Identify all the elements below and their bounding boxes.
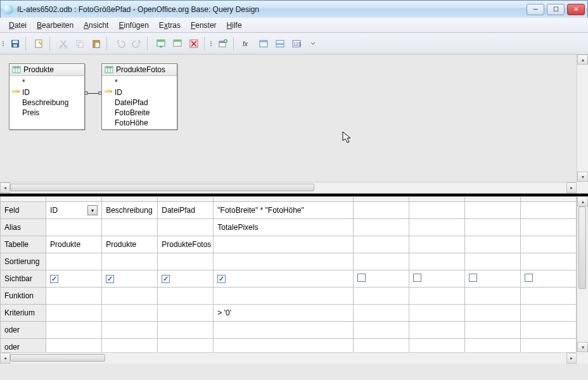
table-field[interactable]: DateiPfad: [103, 98, 176, 108]
table-field-key[interactable]: ID: [103, 87, 176, 98]
scroll-right-button[interactable]: ▸: [566, 353, 577, 364]
column-header[interactable]: [353, 197, 409, 202]
cell-sortierung[interactable]: [214, 253, 353, 270]
paste-button[interactable]: [89, 36, 104, 51]
cell-feld[interactable]: "FotoBreite" * "FotoHöhe": [214, 202, 353, 219]
cell-oder2[interactable]: [102, 339, 158, 353]
checkbox-icon[interactable]: [106, 275, 114, 283]
toolbar-grip-2[interactable]: [210, 41, 212, 46]
row-label-sortierung[interactable]: Sortierung: [1, 253, 46, 270]
cell-tabelle[interactable]: [520, 236, 576, 253]
add-table-button[interactable]: [215, 36, 231, 51]
cell-oder2[interactable]: [353, 339, 409, 353]
table-field[interactable]: Beschreibung: [11, 98, 83, 108]
cell-kriterium[interactable]: [520, 305, 576, 322]
tables-scrollbar-horizontal[interactable]: ◂ ▸: [0, 182, 577, 193]
copy-button[interactable]: [72, 36, 87, 51]
table-field[interactable]: *: [103, 77, 176, 87]
cell-kriterium[interactable]: > '0': [214, 305, 353, 322]
undo-button[interactable]: [113, 36, 128, 51]
menu-ansicht[interactable]: Ansicht: [79, 20, 113, 31]
cell-feld[interactable]: [353, 202, 409, 219]
cell-feld[interactable]: DateiPfad: [158, 202, 214, 219]
cell-tabelle[interactable]: ProdukteFotos: [158, 236, 214, 253]
table-field-key[interactable]: ID: [11, 87, 83, 98]
cell-feld[interactable]: [520, 202, 576, 219]
menu-extras[interactable]: Extras: [154, 20, 186, 31]
row-label-oder2[interactable]: oder: [1, 339, 46, 353]
cell-kriterium[interactable]: [46, 305, 102, 322]
table-field[interactable]: *: [11, 77, 83, 87]
table-box-produktefotos[interactable]: ProdukteFotos * ID DateiPfad FotoBreite …: [101, 63, 177, 130]
cell-funktion[interactable]: [520, 288, 576, 305]
dropdown-button[interactable]: ▾: [87, 205, 98, 215]
column-header[interactable]: [409, 197, 464, 202]
table-field[interactable]: FotoBreite: [103, 108, 176, 118]
cell-oder1[interactable]: [353, 322, 409, 339]
cell-sichtbar[interactable]: [214, 270, 353, 288]
checkbox-icon[interactable]: [357, 274, 366, 282]
cell-sichtbar[interactable]: [409, 270, 464, 288]
cell-kriterium[interactable]: [409, 305, 464, 322]
cell-sortierung[interactable]: [464, 253, 520, 270]
cell-oder1[interactable]: [520, 322, 576, 339]
cell-alias[interactable]: [520, 219, 576, 236]
menu-fenster[interactable]: Fenster: [186, 20, 222, 31]
cell-sichtbar[interactable]: [464, 270, 520, 288]
table-field[interactable]: Preis: [11, 108, 83, 118]
row-label-sichtbar[interactable]: Sichtbar: [1, 270, 46, 288]
distinct-button[interactable]: 123: [289, 36, 304, 51]
cell-sortierung[interactable]: [520, 253, 576, 270]
cut-button[interactable]: [56, 36, 71, 51]
checkbox-icon[interactable]: [162, 275, 170, 283]
grid-scrollbar-horizontal[interactable]: ◂ ▸: [0, 352, 577, 364]
cell-funktion[interactable]: [464, 288, 520, 305]
toolbar-grip[interactable]: [3, 41, 4, 46]
clear-query-button[interactable]: [170, 36, 185, 51]
cell-oder2[interactable]: [520, 339, 576, 353]
scroll-right-button[interactable]: ▸: [566, 182, 577, 193]
column-header[interactable]: [214, 197, 353, 202]
edit-button[interactable]: [32, 36, 47, 51]
row-label-kriterium[interactable]: Kriterium: [1, 305, 46, 322]
column-header[interactable]: [158, 197, 214, 202]
cell-kriterium[interactable]: [464, 305, 520, 322]
scroll-down-button[interactable]: ▾: [577, 342, 588, 352]
checkbox-icon[interactable]: [525, 274, 533, 282]
cell-sichtbar[interactable]: [46, 270, 102, 288]
checkbox-icon[interactable]: [469, 274, 477, 282]
menu-einfuegen[interactable]: Einfügen: [113, 20, 153, 31]
cell-alias[interactable]: TotalePixels: [214, 219, 353, 236]
grid-scrollbar-vertical[interactable]: ▴ ▾: [577, 196, 588, 352]
cell-alias[interactable]: [464, 219, 520, 236]
column-header[interactable]: [102, 197, 158, 202]
run-query-button[interactable]: [153, 36, 169, 51]
minimize-button[interactable]: ─: [527, 4, 544, 15]
cell-oder2[interactable]: [214, 339, 353, 353]
cell-alias[interactable]: [353, 219, 409, 236]
row-label-feld[interactable]: Feld: [1, 202, 46, 219]
scroll-up-button[interactable]: ▴: [577, 196, 588, 206]
cell-oder2[interactable]: [409, 339, 464, 353]
cell-tabelle[interactable]: [464, 236, 520, 253]
scroll-left-button[interactable]: ◂: [0, 353, 10, 364]
alias-button[interactable]: [272, 36, 288, 51]
cell-tabelle[interactable]: [353, 236, 409, 253]
row-label-oder1[interactable]: oder: [1, 322, 46, 339]
scroll-up-button[interactable]: ▴: [577, 54, 588, 65]
cell-funktion[interactable]: [409, 288, 464, 305]
cell-funktion[interactable]: [158, 288, 214, 305]
cell-alias[interactable]: [46, 219, 102, 236]
menu-datei[interactable]: Datei: [4, 20, 32, 31]
sql-view-button[interactable]: [186, 36, 201, 51]
functions-button[interactable]: fx: [240, 36, 255, 51]
table-name-button[interactable]: [256, 36, 271, 51]
cell-kriterium[interactable]: [102, 305, 158, 322]
cell-oder1[interactable]: [409, 322, 464, 339]
cell-oder1[interactable]: [102, 322, 158, 339]
column-header[interactable]: [464, 197, 520, 202]
cell-tabelle[interactable]: Produkte: [46, 236, 102, 253]
tables-scrollbar-vertical[interactable]: ▴ ▾: [577, 54, 588, 182]
column-header[interactable]: [46, 197, 102, 202]
cell-alias[interactable]: [409, 219, 464, 236]
